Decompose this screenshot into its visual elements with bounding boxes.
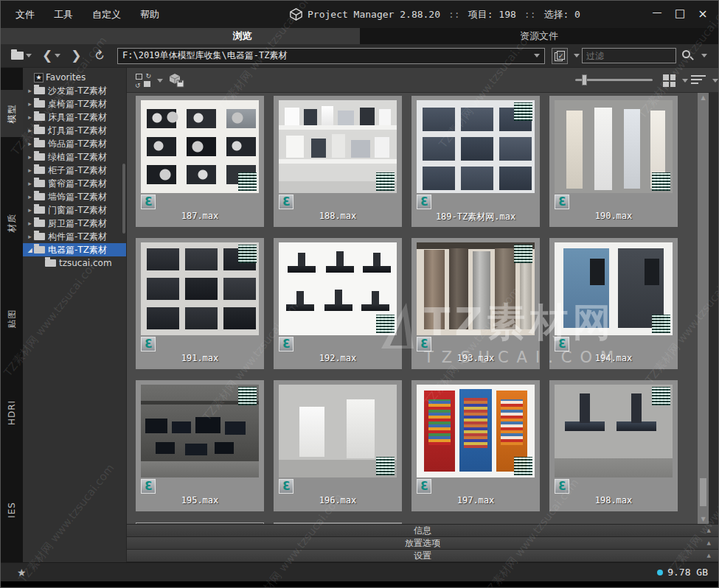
asset-thumbnail[interactable]: 194.max xyxy=(549,238,678,369)
grid-scrollbar[interactable] xyxy=(698,93,709,524)
tree-item-folder[interactable]: 墙饰篇-TZ素材 xyxy=(23,190,126,203)
asset-thumbnail[interactable]: 191.max xyxy=(136,238,264,369)
collapse-arrow-icon[interactable] xyxy=(26,246,34,253)
asset-preview-image xyxy=(417,242,535,335)
path-input[interactable] xyxy=(118,51,532,61)
tab-resource-files[interactable]: 资源文件 xyxy=(360,28,718,44)
folder-icon xyxy=(34,87,45,94)
tree-item-folder[interactable]: 饰品篇-TZ素材 xyxy=(23,137,126,150)
expand-arrow-icon[interactable] xyxy=(26,113,34,121)
dropdown-caret-icon[interactable] xyxy=(682,79,688,83)
asset-preview-image xyxy=(555,385,673,477)
sort-icon[interactable] xyxy=(691,75,706,85)
regenerate-thumbnails-icon[interactable]: ↻↺ xyxy=(136,74,150,87)
tree-item-folder[interactable]: 窗帘篇-TZ素材 xyxy=(23,177,126,190)
back-icon[interactable]: ❮ xyxy=(42,48,52,64)
filter-input[interactable] xyxy=(583,49,675,63)
qr-watermark xyxy=(376,172,395,191)
forward-icon[interactable]: ❯ xyxy=(71,48,81,64)
menu-tools[interactable]: 工具 xyxy=(54,8,73,21)
expand-arrow-icon[interactable] xyxy=(26,233,34,240)
tree-item-folder[interactable]: 灯具篇-TZ素材 xyxy=(23,124,126,137)
merge-model-icon[interactable] xyxy=(168,73,184,88)
dropdown-caret-icon[interactable] xyxy=(157,79,163,83)
collapse-arrow-icon[interactable] xyxy=(707,553,711,559)
expand-arrow-icon[interactable] xyxy=(26,193,34,200)
tree-item-folder[interactable]: 门窗篇-TZ素材 xyxy=(23,203,126,217)
dropdown-caret-icon[interactable] xyxy=(26,54,32,57)
menu-customize[interactable]: 自定义 xyxy=(92,8,121,21)
tree-item-folder[interactable]: 柜子篇-TZ素材 xyxy=(23,164,126,177)
collapse-arrow-icon[interactable] xyxy=(707,540,711,546)
tree-item-folder[interactable]: 厨卫篇-TZ素材 xyxy=(23,217,126,230)
tree-item-selected-folder[interactable]: 电器篇-TZ素材 xyxy=(23,243,126,256)
thumbnail-grid: 187.max 188.max 189-TZ素材网.max xyxy=(127,93,696,524)
tree-item-folder[interactable]: 绿植篇-TZ素材 xyxy=(23,150,126,164)
expand-arrow-icon[interactable] xyxy=(26,140,34,147)
slider-handle[interactable] xyxy=(582,74,587,85)
asset-thumbnail[interactable]: 197.max xyxy=(411,380,540,511)
search-icon[interactable] xyxy=(682,50,693,61)
dropdown-caret-icon[interactable] xyxy=(534,54,540,57)
asset-thumbnail[interactable]: 192.max xyxy=(274,238,402,369)
tree-item-folder[interactable]: 床具篇-TZ素材 xyxy=(23,111,126,124)
minimize-button[interactable] xyxy=(650,7,664,21)
menu-file[interactable]: 文件 xyxy=(15,8,35,21)
expand-arrow-icon[interactable] xyxy=(26,180,34,187)
rollout-placement-options[interactable]: 放置选项 xyxy=(127,537,718,549)
open-folder-icon[interactable] xyxy=(11,48,24,64)
tab-browse[interactable]: 浏览 xyxy=(1,28,360,44)
rollout-settings[interactable]: 设置 xyxy=(127,550,718,561)
rollout-info[interactable]: 信息 xyxy=(127,525,718,536)
show-subfolders-icon[interactable]: ✓ xyxy=(552,48,568,64)
grid-view-icon[interactable] xyxy=(663,74,675,87)
tab-ies[interactable]: IES xyxy=(1,486,23,533)
asset-thumbnail[interactable]: 195.max xyxy=(136,380,264,511)
thumbnail-size-slider[interactable] xyxy=(575,79,653,81)
refresh-icon[interactable]: ↻ xyxy=(89,46,108,66)
asset-preview-image xyxy=(141,100,259,193)
tab-models[interactable]: 模型 xyxy=(1,90,23,137)
scroll-down-icon[interactable] xyxy=(698,514,709,524)
expand-arrow-icon[interactable] xyxy=(26,100,34,108)
asset-thumbnail[interactable]: 198.max xyxy=(549,380,678,511)
maximize-button[interactable] xyxy=(673,7,687,21)
asset-filename: 187.max xyxy=(141,211,259,223)
app-title-text: Project Manager 2.88.20 xyxy=(308,9,440,20)
close-button[interactable] xyxy=(696,7,709,21)
asset-thumbnail[interactable]: 189-TZ素材网.max xyxy=(411,96,540,227)
asset-thumbnail[interactable]: 190.max xyxy=(549,96,678,227)
tab-materials[interactable]: 材质 xyxy=(1,199,23,246)
expand-arrow-icon[interactable] xyxy=(26,153,34,161)
tab-textures[interactable]: 贴图 xyxy=(1,295,23,342)
asset-thumbnail[interactable]: 187.max xyxy=(136,96,264,227)
tree-item-subfolder[interactable]: tzsucai.com xyxy=(23,256,126,270)
expand-arrow-icon[interactable] xyxy=(26,127,34,134)
expand-arrow-icon[interactable] xyxy=(26,167,34,174)
tab-hdri[interactable]: HDRI xyxy=(1,389,23,436)
expand-arrow-icon[interactable] xyxy=(26,87,34,94)
tree-item-folder[interactable]: 构件篇-TZ素材 xyxy=(23,230,126,243)
expand-arrow-icon[interactable] xyxy=(26,206,34,214)
filter-field xyxy=(582,48,676,63)
thumbnail-grid-area: 187.max 188.max 189-TZ素材网.max xyxy=(127,93,718,524)
scroll-up-icon[interactable] xyxy=(698,93,709,102)
scrollbar-thumb[interactable] xyxy=(700,478,706,506)
dropdown-caret-icon[interactable] xyxy=(701,54,707,57)
tree-item-favorites[interactable]: Favorites xyxy=(23,71,126,84)
title-separator: :: xyxy=(448,9,460,20)
menu-help[interactable]: 帮助 xyxy=(140,8,159,21)
dropdown-caret-icon[interactable] xyxy=(574,54,580,57)
favorites-status-icon[interactable] xyxy=(17,567,27,578)
collapse-arrow-icon[interactable] xyxy=(707,528,711,533)
tree-scrollbar-thumb[interactable] xyxy=(122,164,125,234)
tree-item-folder[interactable]: 沙发篇-TZ素材 xyxy=(23,84,126,97)
content-area: ↻↺ xyxy=(126,68,718,562)
asset-thumbnail[interactable]: 196.max xyxy=(274,380,402,511)
dropdown-caret-icon[interactable] xyxy=(55,54,60,57)
asset-thumbnail[interactable]: 193.max xyxy=(411,238,540,369)
asset-thumbnail[interactable]: 188.max xyxy=(274,96,402,227)
tree-item-folder[interactable]: 桌椅篇-TZ素材 xyxy=(23,97,126,111)
expand-arrow-icon[interactable] xyxy=(26,220,34,227)
dropdown-caret-icon[interactable] xyxy=(712,79,718,83)
